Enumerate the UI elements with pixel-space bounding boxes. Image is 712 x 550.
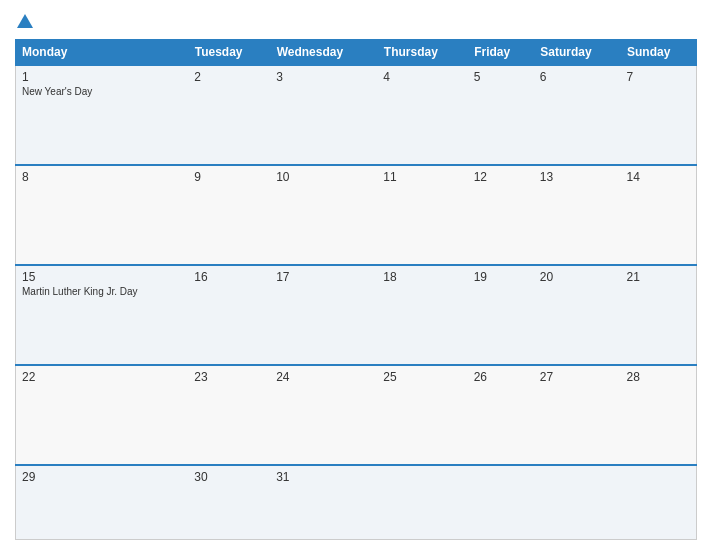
day-number: 24 xyxy=(276,370,371,384)
day-number: 28 xyxy=(627,370,691,384)
day-number: 7 xyxy=(627,70,691,84)
day-cell: 3 xyxy=(270,65,377,165)
day-number: 1 xyxy=(22,70,182,84)
week-row-2: 891011121314 xyxy=(16,165,697,265)
day-cell: 30 xyxy=(188,465,270,540)
day-number: 18 xyxy=(383,270,461,284)
day-cell: 14 xyxy=(621,165,697,265)
day-header-tuesday: Tuesday xyxy=(188,40,270,66)
week-row-3: 15Martin Luther King Jr. Day161718192021 xyxy=(16,265,697,365)
day-cell: 7 xyxy=(621,65,697,165)
day-cell: 20 xyxy=(534,265,621,365)
day-number: 14 xyxy=(627,170,691,184)
day-cell: 31 xyxy=(270,465,377,540)
day-cell: 27 xyxy=(534,365,621,465)
day-number: 26 xyxy=(474,370,528,384)
day-cell: 1New Year's Day xyxy=(16,65,189,165)
day-number: 23 xyxy=(194,370,264,384)
day-number: 11 xyxy=(383,170,461,184)
day-number: 25 xyxy=(383,370,461,384)
logo-triangle-icon xyxy=(17,14,33,28)
day-cell: 4 xyxy=(377,65,467,165)
day-cell: 9 xyxy=(188,165,270,265)
day-number: 20 xyxy=(540,270,615,284)
day-number: 10 xyxy=(276,170,371,184)
calendar-page: MondayTuesdayWednesdayThursdayFridaySatu… xyxy=(0,0,712,550)
day-number: 27 xyxy=(540,370,615,384)
day-cell xyxy=(377,465,467,540)
day-number: 6 xyxy=(540,70,615,84)
logo-line xyxy=(15,14,33,29)
day-cell: 28 xyxy=(621,365,697,465)
calendar-header xyxy=(15,10,697,33)
logo xyxy=(15,14,33,29)
day-cell: 25 xyxy=(377,365,467,465)
day-cell: 18 xyxy=(377,265,467,365)
day-cell: 24 xyxy=(270,365,377,465)
day-number: 22 xyxy=(22,370,182,384)
day-number: 4 xyxy=(383,70,461,84)
day-number: 2 xyxy=(194,70,264,84)
day-header-wednesday: Wednesday xyxy=(270,40,377,66)
calendar-table: MondayTuesdayWednesdayThursdayFridaySatu… xyxy=(15,39,697,540)
day-cell: 23 xyxy=(188,365,270,465)
day-number: 21 xyxy=(627,270,691,284)
day-number: 19 xyxy=(474,270,528,284)
day-number: 16 xyxy=(194,270,264,284)
day-cell: 6 xyxy=(534,65,621,165)
day-header-row: MondayTuesdayWednesdayThursdayFridaySatu… xyxy=(16,40,697,66)
day-cell: 22 xyxy=(16,365,189,465)
day-cell xyxy=(621,465,697,540)
day-number: 31 xyxy=(276,470,371,484)
day-header-friday: Friday xyxy=(468,40,534,66)
day-cell: 2 xyxy=(188,65,270,165)
day-cell: 11 xyxy=(377,165,467,265)
day-number: 3 xyxy=(276,70,371,84)
day-number: 17 xyxy=(276,270,371,284)
week-row-1: 1New Year's Day234567 xyxy=(16,65,697,165)
day-header-saturday: Saturday xyxy=(534,40,621,66)
day-header-sunday: Sunday xyxy=(621,40,697,66)
day-cell: 17 xyxy=(270,265,377,365)
day-cell: 12 xyxy=(468,165,534,265)
day-number: 15 xyxy=(22,270,182,284)
day-header-thursday: Thursday xyxy=(377,40,467,66)
day-number: 30 xyxy=(194,470,264,484)
day-cell xyxy=(534,465,621,540)
day-number: 9 xyxy=(194,170,264,184)
day-cell: 10 xyxy=(270,165,377,265)
day-cell: 21 xyxy=(621,265,697,365)
week-row-4: 22232425262728 xyxy=(16,365,697,465)
day-header-monday: Monday xyxy=(16,40,189,66)
holiday-label: New Year's Day xyxy=(22,86,182,97)
day-cell: 5 xyxy=(468,65,534,165)
day-cell: 13 xyxy=(534,165,621,265)
day-cell: 15Martin Luther King Jr. Day xyxy=(16,265,189,365)
day-cell xyxy=(468,465,534,540)
day-number: 5 xyxy=(474,70,528,84)
day-number: 12 xyxy=(474,170,528,184)
day-cell: 16 xyxy=(188,265,270,365)
day-cell: 26 xyxy=(468,365,534,465)
day-number: 8 xyxy=(22,170,182,184)
day-cell: 29 xyxy=(16,465,189,540)
day-number: 29 xyxy=(22,470,182,484)
day-cell: 19 xyxy=(468,265,534,365)
day-number: 13 xyxy=(540,170,615,184)
day-cell: 8 xyxy=(16,165,189,265)
week-row-5: 293031 xyxy=(16,465,697,540)
holiday-label: Martin Luther King Jr. Day xyxy=(22,286,182,297)
